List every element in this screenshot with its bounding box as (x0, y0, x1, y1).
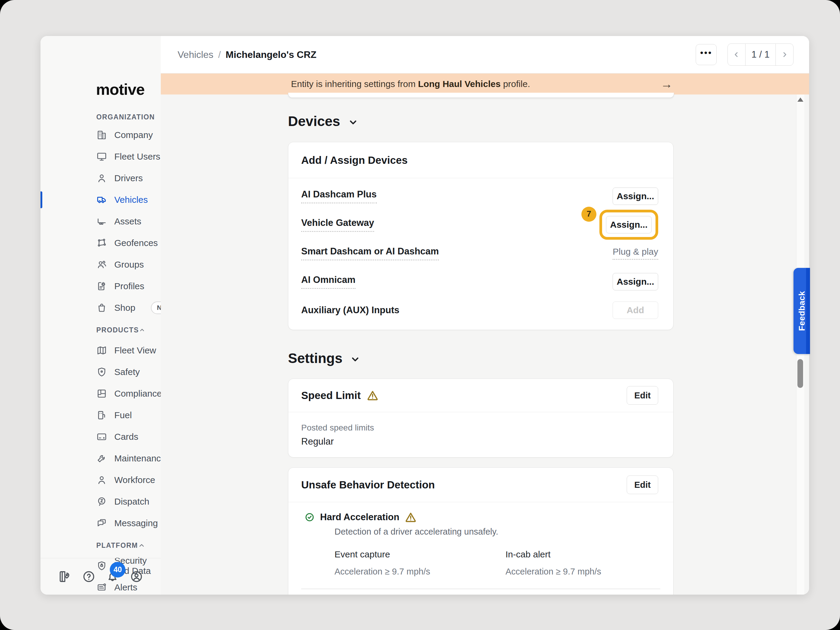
card-body: Hard Acceleration Detection of a driver … (288, 502, 673, 576)
add-aux-inputs-button[interactable]: Add (613, 302, 658, 319)
section-platform[interactable]: PLATFORM (41, 534, 161, 555)
edit-speed-limit-button[interactable]: Edit (627, 386, 658, 405)
section-organization[interactable]: ORGANIZATION (41, 110, 161, 124)
notification-badge: 40 (110, 562, 125, 578)
document-gear-icon (96, 281, 107, 292)
sidebar-item-dispatch[interactable]: Dispatch (41, 491, 161, 512)
device-rows: AI Dashcam Plus Assign... Vehicle Gatewa… (288, 178, 673, 330)
device-label[interactable]: AI Dashcam Plus (301, 189, 377, 204)
assign-vehicle-gateway-button[interactable]: Assign... (606, 216, 652, 234)
in-cab-alert-label: In-cab alert (505, 549, 676, 559)
person-icon (96, 173, 107, 183)
sidebar-item-label: Vehicles (114, 195, 148, 205)
sidebar-item-label: Groups (114, 259, 144, 270)
sidebar-item-drivers[interactable]: Drivers (41, 167, 161, 189)
chevron-down-icon (348, 117, 358, 128)
feedback-tab[interactable]: Feedback (794, 268, 810, 354)
sidebar-item-cards[interactable]: Cards (41, 426, 161, 448)
chevron-right-icon (781, 51, 788, 58)
sidebar-item-profiles[interactable]: Profiles (41, 275, 161, 297)
warning-icon (366, 389, 379, 401)
card-header: Add / Assign Devices (288, 142, 673, 178)
sidebar-item-workforce[interactable]: Workforce (41, 469, 161, 491)
previous-card-edge (288, 93, 674, 98)
card-body-2: Hard Braking (288, 589, 673, 595)
notifications-button[interactable]: 40 (106, 570, 119, 584)
section-label: PRODUCTS (96, 326, 139, 334)
sidebar-item-fuel[interactable]: Fuel (41, 404, 161, 426)
account-button[interactable] (129, 570, 144, 584)
guide-book-icon (58, 570, 72, 584)
card-title: Add / Assign Devices (301, 154, 408, 166)
settings-section-heading[interactable]: Settings (288, 350, 360, 366)
sidebar-item-label: Shop (114, 303, 135, 313)
arrow-right-icon[interactable]: → (661, 77, 673, 91)
sidebar-item-label: Dispatch (114, 496, 149, 507)
assign-ai-dashcam-plus-button[interactable]: Assign... (613, 188, 658, 205)
header-controls: ••• 1 / 1 (696, 44, 794, 66)
avatar-icon (129, 570, 144, 584)
device-label[interactable]: AI Omnicam (301, 275, 355, 289)
section-label: ORGANIZATION (96, 113, 155, 121)
sidebar-nav: ORGANIZATION Company Fleet Users Drivers (41, 110, 161, 595)
behavior-settings-labels: Event capture In-cab alert Acceleration … (335, 549, 673, 576)
sidebar-item-messaging[interactable]: Messaging (41, 512, 161, 534)
shopping-bag-icon (96, 302, 107, 313)
sidebar-item-label: Messaging (114, 518, 158, 528)
section-label: PLATFORM (96, 542, 138, 549)
sidebar-item-groups[interactable]: Groups (41, 254, 161, 275)
trailer-icon (96, 216, 107, 227)
page-title: Michelangelo's CRZ (226, 49, 316, 60)
wrench-icon (96, 453, 107, 464)
prev-page-button[interactable] (728, 44, 745, 65)
desktop-canvas: motive ORGANIZATION Company Fleet Users … (0, 0, 840, 630)
sidebar-item-geofences[interactable]: Geofences (41, 232, 161, 254)
hard-acceleration-row: Hard Acceleration (305, 511, 673, 523)
device-row-smart-dashcam: Smart Dashcam or AI Dashcam Plug & play (288, 239, 673, 267)
sidebar-item-safety[interactable]: Safety (41, 361, 161, 383)
people-icon (96, 259, 107, 270)
guide-button[interactable] (58, 570, 72, 584)
device-row-vehicle-gateway: Vehicle Gateway 7 Assign... (288, 210, 673, 239)
event-capture-value: Acceleration ≥ 9.7 mph/s (335, 567, 505, 576)
sidebar-item-label: Profiles (114, 281, 144, 291)
sidebar-item-fleet-view[interactable]: Fleet View (41, 339, 161, 361)
banner-message: Entity is inheriting settings from Long … (291, 79, 530, 89)
card-title: Unsafe Behavior Detection (301, 479, 435, 491)
section-products[interactable]: PRODUCTS (41, 319, 161, 339)
speed-limit-card: Speed Limit Edit Posted speed limits Reg… (288, 379, 674, 458)
edit-unsafe-behavior-button[interactable]: Edit (627, 475, 658, 494)
sidebar-item-compliance[interactable]: Compliance (41, 383, 161, 404)
truck-icon (96, 194, 107, 205)
sidebar-item-label: Fleet View (114, 345, 156, 355)
inheritance-banner[interactable]: Entity is inheriting settings from Long … (161, 74, 809, 95)
sidebar-item-shop[interactable]: Shop NEW (41, 297, 161, 319)
motive-logo: motive (96, 81, 145, 98)
sidebar-item-company[interactable]: Company (41, 124, 161, 146)
next-page-button[interactable] (776, 44, 793, 65)
highlighted-action: 7 Assign... (599, 210, 658, 240)
scrollbar-thumb[interactable] (797, 359, 803, 388)
device-row-aux-inputs: Auxiliary (AUX) Inputs Add (288, 296, 673, 324)
fuel-pump-icon (96, 410, 107, 421)
chevron-down-icon (350, 354, 360, 365)
help-button[interactable] (82, 570, 96, 584)
chat-icon (96, 518, 107, 529)
sidebar-item-fleet-users[interactable]: Fleet Users (41, 146, 161, 167)
breadcrumb-vehicles[interactable]: Vehicles (178, 49, 213, 60)
sidebar-item-label: Workforce (114, 475, 155, 485)
speed-limit-title: Speed Limit (301, 389, 361, 401)
device-label[interactable]: Smart Dashcam or AI Dashcam (301, 246, 439, 261)
assign-ai-omnicam-button[interactable]: Assign... (613, 273, 658, 291)
device-label[interactable]: Vehicle Gateway (301, 218, 374, 232)
device-label: Auxiliary (AUX) Inputs (301, 305, 399, 316)
plug-and-play-link[interactable]: Plug & play (613, 246, 658, 260)
more-actions-button[interactable]: ••• (696, 44, 717, 65)
sidebar-item-maintenance[interactable]: Maintenance (41, 448, 161, 469)
sidebar-item-vehicles[interactable]: Vehicles (41, 189, 161, 211)
scroll-up-arrow-icon[interactable] (797, 98, 804, 102)
devices-section-heading[interactable]: Devices (288, 113, 358, 129)
sidebar-item-assets[interactable]: Assets (41, 211, 161, 232)
pagination-control: 1 / 1 (728, 44, 794, 66)
add-assign-devices-card: Add / Assign Devices AI Dashcam Plus Ass… (288, 142, 674, 330)
